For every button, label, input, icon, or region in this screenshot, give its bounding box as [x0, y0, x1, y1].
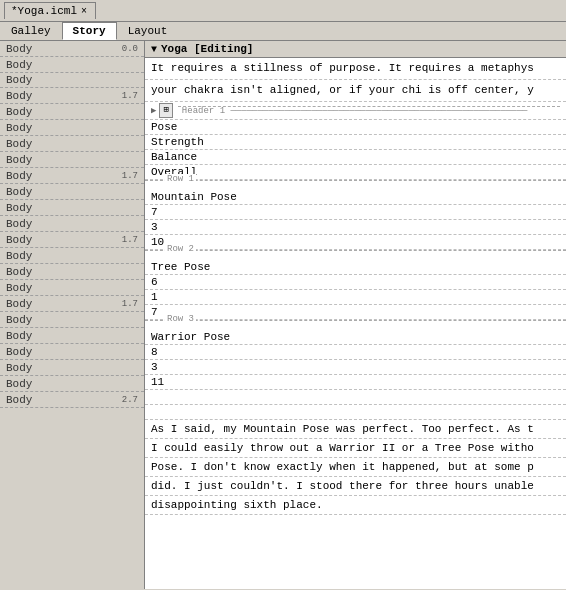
- tab-story[interactable]: Story: [62, 22, 117, 40]
- style-label: Body: [2, 138, 32, 150]
- style-label: Body: [2, 43, 32, 55]
- style-label: Body: [2, 394, 32, 406]
- row1-overall: 10: [145, 235, 566, 250]
- list-item: Body: [0, 280, 144, 296]
- list-item: Body 2.7: [0, 392, 144, 408]
- closing-text-1: As I said, my Mountain Pose was perfect.…: [145, 420, 566, 439]
- row2-strength: 6: [145, 275, 566, 290]
- cell-text: 10: [151, 236, 164, 248]
- row1-label: Row 1: [165, 174, 196, 184]
- paragraph-text: disappointing sixth place.: [151, 499, 323, 511]
- style-label: Body: [2, 90, 32, 102]
- paragraph-text: I could easily throw out a Warrior II or…: [151, 442, 534, 454]
- style-label: Body: [2, 106, 32, 118]
- cell-text: Warrior Pose: [151, 331, 230, 343]
- list-item: Body: [0, 57, 144, 73]
- cell-text: 8: [151, 346, 158, 358]
- style-label: Body: [2, 186, 32, 198]
- tab-galley[interactable]: Galley: [0, 22, 62, 40]
- style-label: Body: [2, 202, 32, 214]
- style-label: Body: [2, 218, 32, 230]
- cell-text: 3: [151, 361, 158, 373]
- toolbar: Galley Story Layout: [0, 22, 566, 41]
- style-label: Body: [2, 250, 32, 262]
- row3-label: Row 3: [165, 314, 196, 324]
- paragraph-text: It requires a stillness of purpose. It r…: [151, 62, 534, 74]
- row3-balance: 3: [145, 360, 566, 375]
- row3-separator: Row 3: [145, 320, 566, 330]
- cell-text: 1: [151, 291, 158, 303]
- cell-text: 6: [151, 276, 158, 288]
- cell-text: Tree Pose: [151, 261, 210, 273]
- list-item: Body: [0, 136, 144, 152]
- left-panel: Body 0.0 Body Body Body 1.7 Body Body Bo…: [0, 41, 145, 589]
- opening-text-2: your chakra isn't aligned, or if your ch…: [145, 80, 566, 102]
- header-label: Header 1 ───────────────────────────────…: [178, 106, 560, 116]
- table-indicator-row: ▶ ⊞ Header 1 ───────────────────────────…: [145, 102, 566, 120]
- list-item: Body: [0, 376, 144, 392]
- closing-text-3: Pose. I don't know exactly when it happe…: [145, 458, 566, 477]
- row3-strength: 8: [145, 345, 566, 360]
- row2-overall: 7: [145, 305, 566, 320]
- row2-separator: Row 2: [145, 250, 566, 260]
- style-label: Body: [2, 74, 32, 86]
- right-panel: ▼ Yoga [Editing] It requires a stillness…: [145, 41, 566, 589]
- content-header: ▼ Yoga [Editing]: [145, 41, 566, 58]
- cell-pose: Pose: [151, 121, 177, 133]
- paragraph-text: your chakra isn't aligned, or if your ch…: [151, 84, 534, 96]
- main-area: Body 0.0 Body Body Body 1.7 Body Body Bo…: [0, 41, 566, 589]
- table-header-overall: Overall: [145, 165, 566, 180]
- row3-pose: Warrior Pose: [145, 330, 566, 345]
- style-label: Body: [2, 330, 32, 342]
- title-bar: *Yoga.icml ×: [0, 0, 566, 22]
- arrow-right-icon: ▶: [151, 105, 156, 116]
- style-label: Body: [2, 154, 32, 166]
- line-number: 1.7: [122, 235, 142, 245]
- style-label: Body: [2, 122, 32, 134]
- list-item: Body: [0, 104, 144, 120]
- list-item: Body: [0, 216, 144, 232]
- list-item: Body 1.7: [0, 296, 144, 312]
- paragraph-text: Pose. I don't know exactly when it happe…: [151, 461, 534, 473]
- list-item: Body: [0, 360, 144, 376]
- row2-pose: Tree Pose: [145, 260, 566, 275]
- table-header-strength: Strength: [145, 135, 566, 150]
- list-item: Body: [0, 200, 144, 216]
- paragraph-text: did. I just couldn't. I stood there for …: [151, 480, 534, 492]
- line-number: 1.7: [122, 91, 142, 101]
- paragraph-text: As I said, my Mountain Pose was perfect.…: [151, 423, 534, 435]
- row2-label: Row 2: [165, 244, 196, 254]
- style-label: Body: [2, 378, 32, 390]
- list-item: Body 1.7: [0, 232, 144, 248]
- list-item: Body: [0, 264, 144, 280]
- row1-balance: 3: [145, 220, 566, 235]
- tab-layout[interactable]: Layout: [117, 22, 179, 40]
- style-label: Body: [2, 346, 32, 358]
- closing-text-4: did. I just couldn't. I stood there for …: [145, 477, 566, 496]
- tab-close-button[interactable]: ×: [81, 6, 87, 17]
- cell-balance: Balance: [151, 151, 197, 163]
- style-label: Body: [2, 234, 32, 246]
- cell-strength: Strength: [151, 136, 204, 148]
- closing-text-5: disappointing sixth place.: [145, 496, 566, 515]
- table-icon: ⊞: [159, 103, 172, 118]
- style-label: Body: [2, 298, 32, 310]
- empty-row-1: [145, 390, 566, 405]
- file-tab[interactable]: *Yoga.icml ×: [4, 2, 96, 19]
- line-number: 0.0: [122, 44, 142, 54]
- list-item: Body 0.0: [0, 41, 144, 57]
- line-number: 1.7: [122, 171, 142, 181]
- cell-text: 3: [151, 221, 158, 233]
- row1-pose: Mountain Pose: [145, 190, 566, 205]
- document-title: Yoga [Editing]: [161, 43, 253, 55]
- style-label: Body: [2, 362, 32, 374]
- row3-overall: 11: [145, 375, 566, 390]
- cell-text: 7: [151, 206, 158, 218]
- list-item: Body: [0, 312, 144, 328]
- list-item: Body 1.7: [0, 168, 144, 184]
- cell-text: 11: [151, 376, 164, 388]
- line-number: 1.7: [122, 299, 142, 309]
- style-label: Body: [2, 314, 32, 326]
- content-area[interactable]: It requires a stillness of purpose. It r…: [145, 58, 566, 589]
- list-item: Body: [0, 184, 144, 200]
